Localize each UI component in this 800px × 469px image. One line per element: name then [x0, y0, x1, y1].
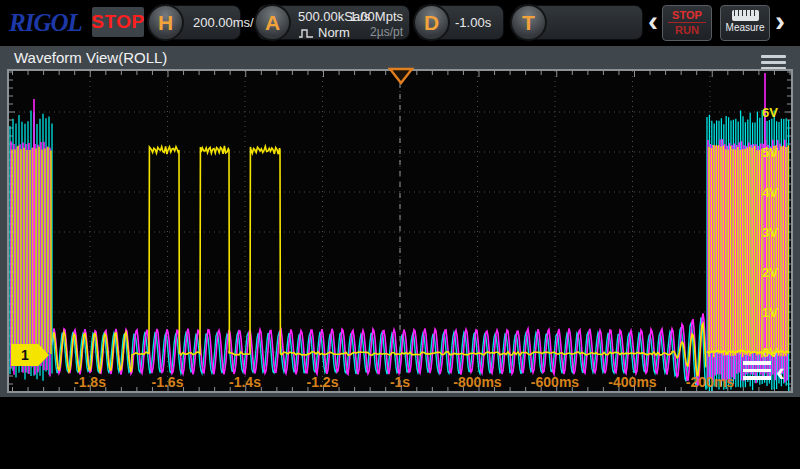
svg-text:-1.2s: -1.2s	[307, 374, 339, 390]
time-resolution-value: 2µs/pt	[370, 25, 403, 39]
svg-text:-200ms: -200ms	[686, 374, 734, 390]
horizontal-scale-value: 200.00ms/	[193, 15, 254, 30]
acquire-knob[interactable]: A	[254, 4, 291, 41]
trigger-knob-label: T	[522, 11, 535, 35]
prev-chevron-icon[interactable]: ‹	[648, 10, 658, 32]
oscilloscope-screen: RIGOL STOP 200.00ms/ H 500.00kSa/s Norm …	[0, 0, 800, 469]
svg-text:1V: 1V	[762, 305, 778, 320]
svg-text:-600ms: -600ms	[531, 374, 579, 390]
delay-value: -1.00s	[455, 15, 491, 30]
delay-knob[interactable]: D	[413, 4, 450, 41]
stop-label: STOP	[663, 9, 711, 21]
trigger-position-marker[interactable]	[387, 67, 415, 87]
delay-knob-label: D	[424, 11, 439, 35]
svg-text:4V: 4V	[762, 185, 778, 200]
svg-text:3V: 3V	[762, 225, 778, 240]
run-label: RUN	[663, 24, 711, 36]
stop-run-button[interactable]: STOP RUN	[662, 5, 712, 41]
svg-text:-1.8s: -1.8s	[74, 374, 106, 390]
stop-run-divider	[668, 22, 706, 23]
acquire-mode-value: Norm	[318, 25, 350, 40]
rigol-logo: RIGOL	[9, 9, 82, 37]
view-title: Waveform View(ROLL)	[14, 49, 167, 66]
svg-text:5V: 5V	[762, 145, 778, 160]
horizontal-knob[interactable]: H	[147, 4, 184, 41]
pulse-icon	[298, 28, 314, 38]
trigger-knob[interactable]: T	[510, 4, 547, 41]
svg-text:2V: 2V	[762, 265, 778, 280]
svg-text:-400ms: -400ms	[608, 374, 656, 390]
svg-text:6V: 6V	[762, 105, 778, 120]
next-chevron-icon[interactable]: ›	[775, 10, 785, 32]
top-bar: RIGOL STOP 200.00ms/ H 500.00kSa/s Norm …	[0, 0, 800, 46]
svg-text:-1s: -1s	[390, 374, 410, 390]
bottom-bar: ⚙ R 1 1.00V/ -3.00V 2 1.00V/ -3.00V 3 1.…	[0, 397, 800, 469]
svg-text:-800ms: -800ms	[453, 374, 501, 390]
waveform-canvas[interactable]: 6V5V4V3V2V1V0V-1.8s-1.6s-1.4s-1.2s-1s-80…	[9, 71, 791, 391]
channel1-marker-label: 1	[21, 347, 29, 363]
collapse-bars-icon	[743, 361, 771, 384]
measure-label: Measure	[721, 22, 769, 33]
svg-text:-1.4s: -1.4s	[229, 374, 261, 390]
collapse-chevron-icon: ‹	[776, 363, 785, 381]
svg-text:-1.6s: -1.6s	[152, 374, 184, 390]
horizontal-knob-label: H	[158, 11, 173, 35]
collapse-menu-icon[interactable]: ‹	[743, 361, 785, 384]
run-state-badge: STOP	[92, 7, 144, 37]
acquire-knob-label: A	[265, 11, 280, 35]
measure-button[interactable]: Measure	[720, 5, 770, 41]
ruler-icon	[732, 10, 759, 21]
memory-depth-value: 1.00Mpts	[350, 9, 403, 24]
